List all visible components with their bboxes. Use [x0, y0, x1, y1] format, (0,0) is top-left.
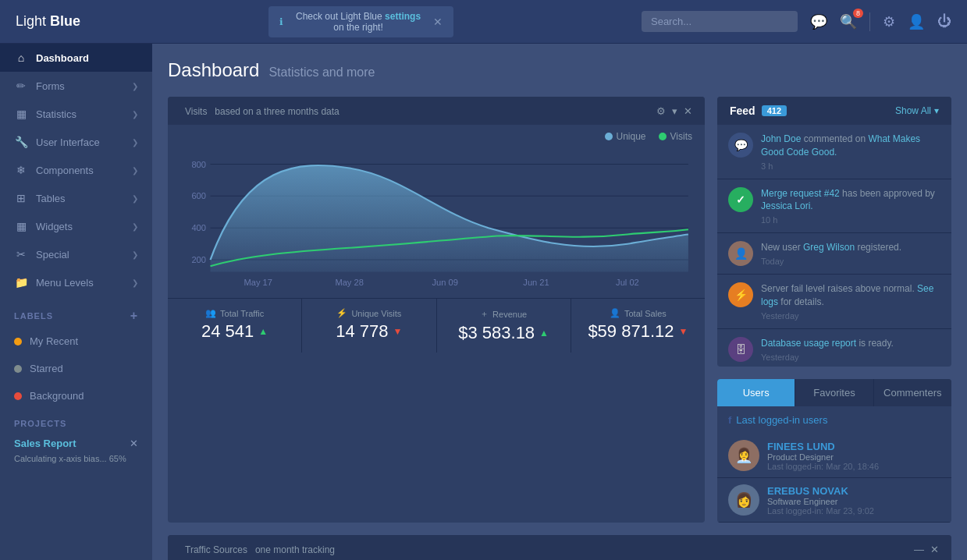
- settings-icon[interactable]: ⚙: [883, 13, 895, 30]
- chevron-icon: ❯: [132, 82, 138, 90]
- chat-icon[interactable]: 💬: [810, 13, 827, 30]
- svg-text:800: 800: [191, 160, 206, 168]
- power-icon[interactable]: ⏻: [937, 13, 951, 30]
- feed-list: 💬 John Doe commented on What Makes Good …: [717, 125, 951, 367]
- minus-icon[interactable]: —: [914, 544, 924, 555]
- home-icon: ⌂: [14, 51, 28, 64]
- add-label-button[interactable]: +: [130, 309, 138, 323]
- feed-item: 💬 John Doe commented on What Makes Good …: [717, 125, 951, 179]
- sales-icon: 👤: [610, 308, 620, 318]
- logo-light: Light: [16, 13, 46, 29]
- notifications-icon[interactable]: 🔍 8: [840, 13, 857, 30]
- label-dot: [14, 365, 22, 373]
- users-section-title: f Last logged-in users: [717, 406, 951, 434]
- app-logo: Light Blue: [16, 13, 80, 30]
- visits-card-header: Visits based on a three months data ⚙ ▾ …: [168, 97, 705, 125]
- user-name: FINEES LUND: [767, 441, 940, 452]
- legend-dot-visits: [659, 133, 667, 140]
- feed-item: ✓ Merge request #42 has been approved by…: [717, 179, 951, 234]
- show-all-button[interactable]: Show All ▾: [895, 105, 939, 116]
- feed-item-content: Server fail level raises above normal. S…: [761, 282, 940, 321]
- close-icon[interactable]: ✕: [684, 105, 692, 117]
- traffic-card-title: Traffic Sources one month tracking: [180, 543, 335, 555]
- users-card: Users Favorites Commenters f Last logged…: [717, 379, 951, 523]
- sidebar-item-tables[interactable]: ⊞ Tables ❯: [0, 184, 152, 212]
- unique-icon: ⚡: [336, 308, 347, 318]
- sidebar-item-label: Tables: [36, 193, 66, 204]
- chevron-icon: ❯: [132, 138, 138, 147]
- projects-section: Projects Sales Report ✕ Calculating x-ax…: [0, 409, 152, 468]
- sidebar-item-menu-levels[interactable]: 📁 Menu Levels ❯: [0, 268, 152, 296]
- svg-text:600: 600: [191, 192, 206, 200]
- feed-time: 10 h: [761, 215, 940, 225]
- feed-time: Yesterday: [761, 353, 894, 362]
- feed-link[interactable]: Greg Wilson: [803, 242, 855, 253]
- trend-up-icon: ▲: [258, 326, 268, 337]
- user-icon[interactable]: 👤: [908, 13, 925, 30]
- svg-text:May 17: May 17: [244, 278, 273, 286]
- sidebar-item-components[interactable]: ❄ Components ❯: [0, 156, 152, 184]
- sidebar-item-label: Starred: [30, 363, 63, 374]
- chevron-down-icon[interactable]: ▾: [672, 105, 677, 117]
- header-notice: ℹ Check out Light Blue settings on the r…: [268, 6, 453, 37]
- project-close-button[interactable]: ✕: [130, 438, 138, 449]
- feed-link[interactable]: John Doe: [761, 133, 801, 144]
- sidebar-item-background[interactable]: Background: [0, 382, 152, 409]
- sidebar-item-label: Special: [36, 249, 69, 261]
- traffic-card-header: Traffic Sources one month tracking — ✕: [168, 535, 951, 560]
- sidebar-item-forms[interactable]: ✏ Forms ❯: [0, 72, 152, 100]
- search-input[interactable]: [642, 11, 798, 32]
- feed-link[interactable]: Merge request #42: [761, 188, 840, 199]
- user-avatar: 👩‍💼: [728, 440, 759, 471]
- sidebar-item-special[interactable]: ✂ Special ❯: [0, 240, 152, 268]
- user-item: 👩‍💼 FINEES LUND Product Designer Last lo…: [717, 434, 951, 478]
- user-item: 👩 EREBUS NOVAK Software Engineer Last lo…: [717, 478, 951, 523]
- chevron-icon: ❯: [132, 278, 138, 287]
- close-icon[interactable]: ✕: [930, 544, 939, 555]
- feed-link[interactable]: See logs: [761, 283, 933, 307]
- tab-favorites[interactable]: Favorites: [795, 379, 873, 406]
- feed-card: Feed 412 Show All ▾ 💬 John Doe comment: [717, 97, 951, 367]
- chevron-icon: ❯: [132, 250, 138, 259]
- sidebar-item-starred[interactable]: Starred: [0, 355, 152, 382]
- svg-text:Jun 21: Jun 21: [523, 278, 549, 286]
- sidebar-item-my-recent[interactable]: My Recent: [0, 328, 152, 355]
- chart-area: 800 600 400 200 May 17 May 28 Jun 09 Jun…: [168, 142, 705, 298]
- sidebar-item-label: Forms: [36, 80, 65, 92]
- notice-link[interactable]: settings: [385, 11, 421, 22]
- traffic-icon: 👥: [205, 308, 216, 318]
- top-row: Visits based on a three months data ⚙ ▾ …: [168, 97, 951, 523]
- close-notice-button[interactable]: ✕: [433, 16, 443, 28]
- sidebar: ⌂ Dashboard ✏ Forms ❯ ▦ Statistics ❯ 🔧 U…: [0, 44, 152, 560]
- feed-item-content: Merge request #42 has been approved by J…: [761, 187, 940, 225]
- feed-link[interactable]: Jessica Lori.: [761, 200, 813, 211]
- sidebar-item-label: Widgets: [36, 221, 73, 232]
- svg-text:Jun 09: Jun 09: [432, 278, 457, 286]
- user-avatar: 👩: [728, 484, 759, 516]
- components-icon: ❄: [14, 164, 28, 176]
- project-name[interactable]: Sales Report: [14, 438, 76, 449]
- menu-levels-icon: 📁: [14, 276, 28, 289]
- sidebar-item-label: Menu Levels: [36, 277, 94, 289]
- sidebar-item-widgets[interactable]: ▦ Widgets ❯: [0, 212, 152, 240]
- tab-commenters[interactable]: Commenters: [874, 379, 951, 406]
- sidebar-item-user-interface[interactable]: 🔧 User Interface ❯: [0, 128, 152, 156]
- sidebar-item-statistics[interactable]: ▦ Statistics ❯: [0, 100, 152, 128]
- svg-text:400: 400: [191, 224, 206, 232]
- gear-icon[interactable]: ⚙: [656, 105, 666, 117]
- trend-down-icon: ▼: [678, 326, 688, 337]
- feed-avatar: 🗄: [728, 337, 753, 362]
- svg-text:May 28: May 28: [335, 278, 364, 286]
- traffic-card: Traffic Sources one month tracking — ✕ S…: [168, 535, 951, 560]
- chevron-icon: ❯: [132, 222, 138, 231]
- feed-link[interactable]: Database usage report: [761, 338, 856, 349]
- user-info: FINEES LUND Product Designer Last logged…: [767, 441, 940, 471]
- tab-users[interactable]: Users: [717, 379, 795, 406]
- ui-icon: 🔧: [14, 136, 28, 148]
- trend-up-icon: ▲: [539, 328, 549, 338]
- feed-item-content: Database usage report is ready. Yesterda…: [761, 337, 894, 362]
- bottom-row: Traffic Sources one month tracking — ✕ S…: [168, 535, 951, 560]
- sidebar-item-label: My Recent: [30, 335, 78, 347]
- chart-legend: Unique Visits: [168, 125, 705, 142]
- sidebar-item-dashboard[interactable]: ⌂ Dashboard: [0, 44, 152, 72]
